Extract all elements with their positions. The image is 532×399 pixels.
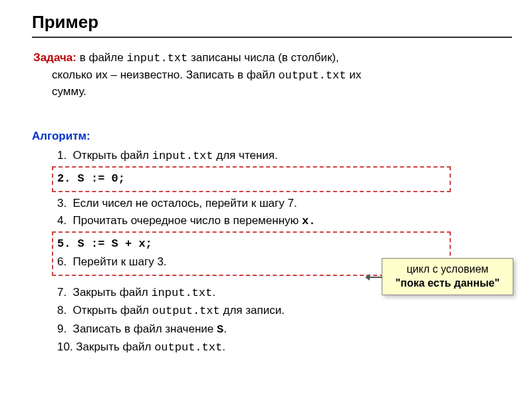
task-text-2a: сколько их – неизвестно. Записать в файл — [52, 68, 278, 81]
divider — [32, 37, 512, 38]
filename-output: output.txt — [278, 69, 346, 82]
step-1-text: 1. Открыть файл — [57, 149, 152, 162]
step-1-tail: для чтения. — [213, 149, 278, 162]
step-1: 1. Открыть файл input.txt для чтения. — [57, 147, 512, 165]
step-7-tail: . — [212, 286, 215, 299]
task-text-2b: их — [346, 68, 361, 81]
task-label: Задача: — [33, 51, 76, 64]
step-8-tail: для записи. — [220, 304, 285, 317]
step-7-text: 7. Закрыть файл — [57, 286, 151, 299]
callout-line-2: "пока есть данные" — [386, 277, 509, 291]
step-9-var: S — [217, 323, 223, 336]
step-5: 5. S := S + x; — [57, 235, 446, 253]
slide-title: Пример — [32, 12, 512, 33]
step-10-tail: . — [222, 340, 225, 353]
step-10-text: 10. Закрыть файл — [57, 340, 154, 353]
step-10: 10. Закрыть файл output.txt. — [57, 338, 512, 356]
step-9-tail: . — [223, 323, 227, 335]
step-3: 3. Если чисел не осталось, перейти к шаг… — [57, 195, 512, 212]
task-block: Задача: в файле input.txt записаны числа… — [32, 50, 512, 100]
step-8-file: output.txt — [152, 305, 220, 317]
task-text-1b: записаны числа (в столбик), — [188, 51, 338, 64]
highlight-box-init: 2. S := 0; — [52, 166, 451, 192]
task-text-3: сумму. — [33, 84, 86, 100]
algorithm-label: Алгоритм: — [32, 130, 512, 143]
step-10-file: output.txt — [154, 341, 222, 354]
step-8: 8. Открыть файл output.txt для записи. — [57, 302, 512, 320]
callout-arrow-icon — [369, 277, 382, 278]
algorithm-steps: 1. Открыть файл input.txt для чтения. 2.… — [32, 147, 512, 356]
step-4: 4. Прочитать очередное число в переменну… — [57, 212, 512, 230]
callout-line-1: цикл с условием — [386, 263, 509, 277]
step-2: 2. S := 0; — [57, 170, 446, 188]
step-4-text: 4. Прочитать очередное число в переменну… — [57, 214, 302, 227]
step-9: 9. Записать в файл значение S. — [57, 321, 512, 338]
step-8-text: 8. Открыть файл — [57, 304, 152, 317]
step-9-text: 9. Записать в файл значение — [57, 323, 217, 335]
filename-input: input.txt — [126, 52, 188, 65]
callout-box: цикл с условием "пока есть данные" — [382, 258, 513, 295]
task-text-1a: в файле — [76, 51, 127, 64]
step-7-file: input.txt — [151, 287, 212, 299]
step-1-file: input.txt — [152, 150, 213, 162]
step-4-var: x. — [302, 215, 315, 227]
